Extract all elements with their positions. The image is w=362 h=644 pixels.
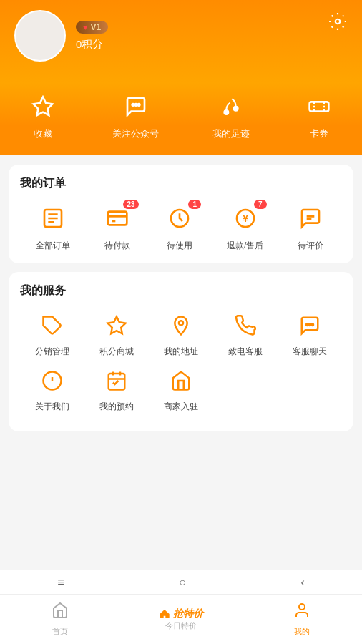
- footprint-icon: [215, 90, 248, 123]
- back-button[interactable]: ‹: [300, 576, 304, 589]
- services-row-1: 分销管理 积分商城: [20, 310, 342, 358]
- orders-title: 我的订单: [20, 176, 342, 191]
- order-all[interactable]: 全部订单: [36, 203, 70, 252]
- my-nav-label: 我的: [294, 626, 310, 637]
- about-label: 关于我们: [35, 401, 69, 413]
- order-pending-use[interactable]: 1 待使用: [164, 203, 195, 252]
- profile-info: ♥ V1 0积分: [76, 21, 108, 52]
- merchant-label: 商家入驻: [164, 401, 198, 413]
- services-title: 我的服务: [20, 283, 342, 298]
- svg-point-16: [312, 324, 314, 326]
- footprint-label: 我的足迹: [212, 127, 250, 140]
- menu-button[interactable]: ≡: [57, 576, 64, 589]
- points-display: 0积分: [76, 38, 108, 52]
- order-pending-review-label: 待评价: [298, 240, 323, 252]
- svg-point-14: [306, 324, 308, 326]
- about-icon: [36, 365, 68, 396]
- home-icon: [52, 602, 69, 623]
- brand-logo: 抢特价 今日特价: [159, 608, 203, 631]
- svg-point-0: [336, 19, 341, 24]
- brand-text: 抢特价: [159, 608, 203, 620]
- distribution-label: 分销管理: [35, 346, 69, 358]
- avatar: [14, 10, 66, 62]
- order-refund[interactable]: ¥ 7 退款/售后: [227, 203, 263, 252]
- nav-home[interactable]: 首页: [0, 595, 121, 644]
- header: ♥ V1 0积分: [0, 0, 362, 83]
- svg-marker-12: [108, 317, 126, 334]
- nav-my[interactable]: 我的: [241, 595, 362, 644]
- customer-chat-icon: [294, 310, 326, 341]
- nav-today-special[interactable]: 抢特价 今日特价: [121, 595, 242, 644]
- content-area: 我的订单 全部订单: [0, 155, 362, 441]
- badge-pending-use: 1: [188, 200, 201, 209]
- collect-label: 收藏: [34, 127, 52, 140]
- service-customer-chat[interactable]: 客服聊天: [278, 310, 342, 358]
- coupon-label: 卡券: [310, 127, 328, 140]
- points-mall-icon: [101, 310, 132, 341]
- svg-point-24: [299, 604, 305, 610]
- order-pending-review-icon-wrap: [295, 203, 326, 234]
- reservation-icon: [101, 365, 132, 396]
- order-refund-icon-wrap: ¥ 7: [230, 203, 261, 234]
- follow-icon: [119, 90, 152, 123]
- nav-item-footprint[interactable]: 我的足迹: [212, 90, 250, 140]
- svg-text:¥: ¥: [243, 213, 249, 224]
- distribution-icon: [36, 310, 68, 341]
- quick-nav: 收藏 关注公众号: [0, 83, 362, 155]
- svg-rect-5: [310, 102, 329, 111]
- order-refund-label: 退款/售后: [227, 240, 263, 252]
- home-nav-label: 首页: [52, 626, 68, 637]
- customer-call-label: 致电客服: [228, 346, 263, 358]
- svg-point-4: [138, 104, 140, 106]
- service-address[interactable]: 我的地址: [149, 310, 213, 358]
- reservation-label: 我的预约: [99, 401, 134, 413]
- svg-point-3: [135, 104, 137, 106]
- svg-point-13: [179, 321, 183, 325]
- nav-item-collect[interactable]: 收藏: [26, 90, 59, 140]
- my-icon: [293, 602, 310, 623]
- svg-marker-1: [34, 97, 53, 115]
- svg-rect-7: [107, 212, 127, 225]
- nav-item-follow[interactable]: 关注公众号: [112, 90, 159, 140]
- app-container: 14:05 ✳ 📶 ⌢ 🔋45 ♥ V1 0积分: [0, 0, 362, 644]
- heart-icon: ♥: [83, 23, 88, 31]
- bottom-nav: 首页 抢特价 今日特价 我的: [0, 594, 362, 644]
- order-pending-use-icon-wrap: 1: [164, 203, 195, 234]
- service-distribution[interactable]: 分销管理: [20, 310, 84, 358]
- vip-badge: ♥ V1: [76, 21, 108, 34]
- follow-label: 关注公众号: [112, 127, 159, 140]
- profile-row: ♥ V1 0积分: [14, 10, 348, 62]
- vip-level: V1: [91, 22, 102, 32]
- collect-icon: [26, 90, 59, 123]
- service-customer-call[interactable]: 致电客服: [213, 310, 278, 358]
- order-pending-pay[interactable]: 23 待付款: [102, 203, 133, 252]
- orders-card: 我的订单 全部订单: [9, 165, 353, 263]
- badge-pending-pay: 23: [123, 200, 138, 209]
- order-all-label: 全部订单: [36, 240, 70, 252]
- settings-button[interactable]: [326, 10, 349, 33]
- services-card: 我的服务 分销管理: [9, 272, 353, 431]
- customer-chat-label: 客服聊天: [293, 346, 327, 358]
- scrollable-area: ♥ V1 0积分 收: [0, 0, 362, 594]
- order-pending-pay-label: 待付款: [104, 240, 130, 252]
- merchant-icon: [165, 365, 197, 396]
- service-about[interactable]: 关于我们: [20, 365, 84, 413]
- address-icon: [165, 310, 197, 341]
- badge-refund: 7: [254, 200, 267, 209]
- today-special-label: 今日特价: [165, 620, 197, 631]
- services-row-2: 关于我们 我的预约: [20, 365, 342, 413]
- coupon-icon: [303, 90, 336, 123]
- svg-point-2: [132, 104, 134, 106]
- home-button[interactable]: ○: [179, 576, 186, 589]
- service-merchant[interactable]: 商家入驻: [149, 365, 213, 413]
- order-all-icon-wrap: [37, 203, 69, 234]
- nav-item-coupon[interactable]: 卡券: [303, 90, 336, 140]
- android-nav: ≡ ○ ‹: [0, 570, 362, 594]
- address-label: 我的地址: [164, 346, 198, 358]
- service-reservation[interactable]: 我的预约: [84, 365, 149, 413]
- order-pending-review[interactable]: 待评价: [295, 203, 326, 252]
- orders-grid: 全部订单 23 待付款: [20, 203, 342, 252]
- service-points-mall[interactable]: 积分商城: [84, 310, 149, 358]
- customer-call-icon: [230, 310, 261, 341]
- order-pending-pay-icon-wrap: 23: [102, 203, 133, 234]
